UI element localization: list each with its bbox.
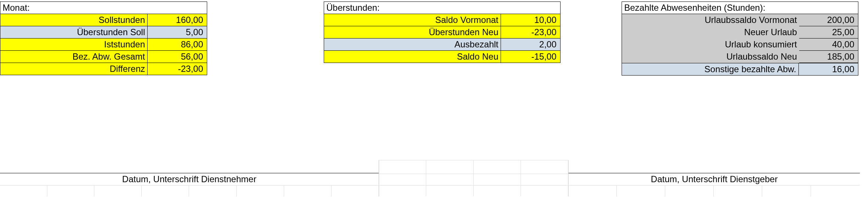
signature-employer-area: Datum, Unterschrift Dienstgeber	[568, 160, 860, 197]
monat-header: Monat:	[0, 2, 207, 14]
table-row: Sollstunden 160,00	[0, 14, 207, 26]
ueberstunden-block: Überstunden: Saldo Vormonat 10,00 Überst…	[324, 1, 561, 63]
ueberstunden-header: Überstunden:	[324, 2, 560, 14]
signature-employee-area: Datum, Unterschrift Dienstnehmer	[0, 160, 379, 197]
monat-block: Monat: Sollstunden 160,00 Überstunden So…	[0, 1, 207, 75]
signature-employee-label: Datum, Unterschrift Dienstnehmer	[0, 173, 379, 186]
signature-employer-label: Datum, Unterschrift Dienstgeber	[568, 173, 860, 186]
table-row: Überstunden Soll 5,00	[0, 26, 207, 39]
table-row: Iststunden 86,00	[0, 39, 207, 51]
table-row: Ausbezahlt 2,00	[324, 39, 560, 51]
page-container: Monat: Sollstunden 160,00 Überstunden So…	[0, 0, 868, 197]
middle-gap	[379, 160, 568, 196]
table-row: Differenz -23,00	[0, 63, 207, 75]
table-row: Überstunden Neu -23,00	[324, 26, 560, 39]
grey-body: Urlaubssaldo Vormonat 200,00 Neuer Urlau…	[622, 14, 858, 76]
table-row: Neuer Urlaub 25,00	[622, 26, 858, 39]
table-row: Sonstige bezahlte Abw. 16,00	[622, 63, 858, 76]
abwesenheiten-header: Bezahlte Abwesenheiten (Stunden):	[622, 1, 858, 14]
table-row: Saldo Vormonat 10,00	[324, 14, 560, 26]
tick-row	[568, 186, 860, 197]
table-row: Urlaub konsumiert 40,00	[622, 39, 858, 51]
table-row: Urlaubssaldo Vormonat 200,00	[622, 14, 858, 26]
tick-row	[0, 186, 379, 197]
table-row: Saldo Neu -15,00	[324, 51, 560, 63]
table-row: Bez. Abw. Gesamt 56,00	[0, 51, 207, 63]
table-row: Urlaubssaldo Neu 185,00	[622, 51, 858, 63]
abwesenheiten-block: Bezahlte Abwesenheiten (Stunden): Urlaub…	[622, 1, 858, 76]
